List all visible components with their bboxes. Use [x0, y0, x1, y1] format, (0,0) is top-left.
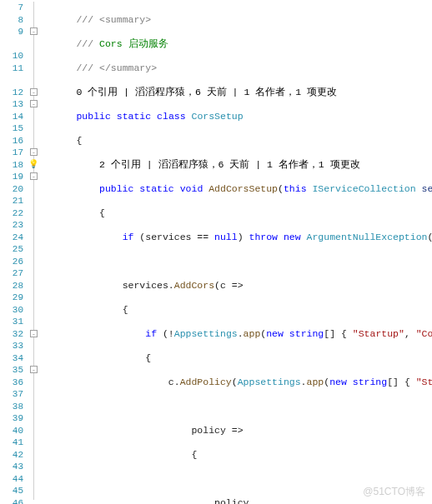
watermark: @51CTO博客 [363, 485, 425, 499]
line-number: 12 [0, 87, 23, 99]
line-number: 45 [0, 485, 23, 497]
codelens[interactable]: 0 个引用 | 滔滔程序猿，6 天前 | 1 名作者，1 项更改 [42, 87, 432, 99]
line-number: 17 [0, 147, 23, 159]
line-number: 21 [0, 195, 23, 207]
line-number: 19 [0, 171, 23, 183]
line-number: 26 [0, 256, 23, 268]
line-number: 42 [0, 449, 23, 462]
line-number: 40 [0, 425, 23, 437]
line-number: 37 [0, 388, 23, 401]
line-number: 10 [0, 50, 23, 62]
code-line[interactable]: { [42, 449, 432, 462]
line-number: 11 [0, 62, 23, 75]
fold-column: -------💡 [30, 0, 42, 504]
code-line[interactable]: /// Cors 启动服务 [42, 38, 432, 51]
line-number: 24 [0, 232, 23, 244]
line-number: 41 [0, 437, 23, 449]
code-line[interactable] [42, 473, 432, 486]
line-number: 9 [0, 26, 23, 38]
line-number: 38 [0, 401, 23, 413]
code-line[interactable]: c.AddPolicy(Appsettings.app(new string[]… [42, 377, 432, 389]
line-number: 15 [0, 122, 23, 135]
code-line[interactable]: /// </summary> [42, 62, 432, 75]
line-number: 32 [0, 328, 23, 341]
code-line[interactable]: { [42, 352, 432, 365]
fold-toggle[interactable]: - [30, 172, 38, 180]
codelens[interactable]: 2 个引用 | 滔滔程序猿，6 天前 | 1 名作者，1 项更改 [42, 159, 432, 172]
code-line[interactable]: services.AddCors(c => [42, 280, 432, 292]
line-number: 43 [0, 461, 23, 473]
fold-toggle[interactable]: - [30, 100, 38, 107]
line-number: 22 [0, 207, 23, 220]
line-number: 27 [0, 267, 23, 280]
fold-toggle[interactable]: - [30, 330, 38, 337]
line-number: 25 [0, 243, 23, 256]
code-line[interactable]: { [42, 135, 432, 147]
line-number: 30 [0, 304, 23, 317]
code-line[interactable]: if (services == null) throw new Argument… [42, 232, 432, 244]
line-number: 7 [0, 2, 23, 14]
line-number: 8 [0, 14, 23, 27]
code-line[interactable]: public static class CorsSetup [42, 111, 432, 123]
line-number: 33 [0, 340, 23, 352]
line-number: 20 [0, 183, 23, 196]
line-number: 29 [0, 292, 23, 304]
code-line[interactable] [42, 256, 432, 268]
lightbulb-icon[interactable]: 💡 [28, 159, 38, 169]
line-number: 18 [0, 159, 23, 172]
fold-toggle[interactable]: - [30, 148, 38, 156]
code-line[interactable]: { [42, 304, 432, 317]
line-number-gutter: 7891011121314151617181920212223242526272… [0, 0, 30, 504]
fold-toggle[interactable]: - [30, 366, 38, 373]
code-line[interactable]: policy => [42, 425, 432, 437]
line-number: 36 [0, 377, 23, 389]
line-number: 34 [0, 352, 23, 365]
code-editor[interactable]: 7891011121314151617181920212223242526272… [0, 0, 432, 504]
line-number: 23 [0, 219, 23, 232]
line-number: 44 [0, 473, 23, 486]
line-number: 39 [0, 412, 23, 425]
line-number: 14 [0, 111, 23, 123]
line-number: 13 [0, 98, 23, 111]
line-number: 35 [0, 364, 23, 377]
code-line[interactable]: /// <summary> [42, 14, 432, 27]
code-line[interactable] [42, 401, 432, 413]
line-number: 46 [0, 497, 23, 505]
fold-toggle[interactable]: - [30, 27, 38, 35]
code-area[interactable]: /// <summary> /// Cors 启动服务 /// </summar… [42, 0, 432, 504]
code-line[interactable]: { [42, 207, 432, 220]
code-line[interactable]: public static void AddCorsSetup(this ISe… [42, 183, 432, 196]
line-number: 31 [0, 316, 23, 328]
fold-toggle[interactable]: - [30, 88, 38, 96]
line-number: 28 [0, 280, 23, 292]
code-line[interactable]: if (!Appsettings.app(new string[] { "Sta… [42, 328, 432, 341]
line-number: 16 [0, 135, 23, 147]
